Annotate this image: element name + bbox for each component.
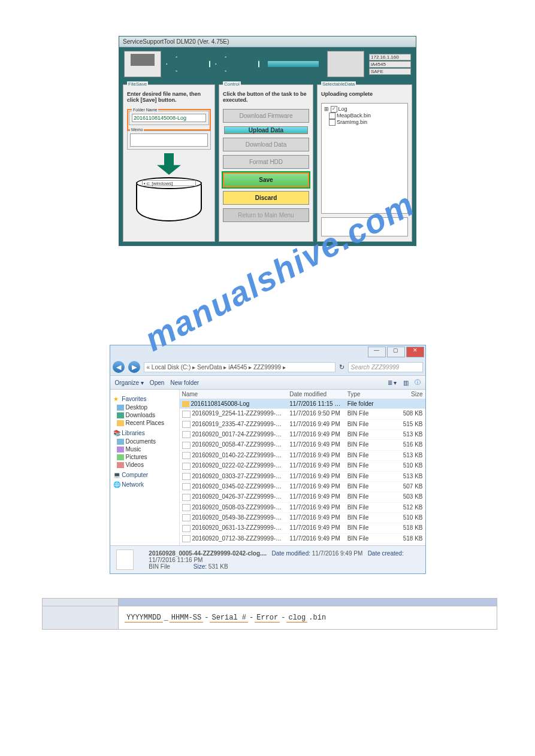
filesave-panel: FileSave Enter desired file name, then c… bbox=[123, 84, 215, 242]
download-firmware-button[interactable]: Download Firmware bbox=[223, 109, 309, 123]
help-icon[interactable]: ⓘ bbox=[415, 378, 421, 387]
file-row[interactable]: 20160920_0345-02-ZZZ99999-0242-clog.b...… bbox=[180, 482, 425, 492]
sidebar-pictures[interactable]: Pictures bbox=[117, 453, 176, 461]
sidebar-recent[interactable]: Recent Places bbox=[117, 419, 176, 427]
max-button[interactable]: ▢ bbox=[387, 347, 405, 357]
arrow-icon bbox=[215, 56, 259, 72]
file-row[interactable]: 20160920_0549-38-ZZZ99999-0242-clog.b...… bbox=[180, 513, 425, 523]
file-thumbnail-icon bbox=[116, 549, 134, 570]
upload-status: Uploading complete bbox=[321, 91, 408, 97]
file-row[interactable]: 20160920_0508-03-ZZZ99999-0242-clog.b...… bbox=[180, 503, 425, 513]
file-row[interactable]: 20160919_2335-47-ZZZ99999-0242-clog.b...… bbox=[180, 420, 425, 430]
file-row[interactable]: 20160920_0754-13-ZZZ99999-0242-clog.b...… bbox=[180, 544, 425, 545]
file-row[interactable]: 20160920_0017-24-ZZZ99999-0242-clog.b...… bbox=[180, 430, 425, 440]
window-title: ServiceSupportTool DLM20 (Ver. 4.75E) bbox=[119, 37, 416, 47]
down-arrow-icon bbox=[157, 153, 181, 175]
disk-cylinder-icon: c: [windows] bbox=[136, 177, 202, 221]
printer-icon bbox=[327, 51, 364, 77]
arrow-icon bbox=[166, 56, 210, 72]
breadcrumb[interactable]: « Local Disk (C:) ▸ ServData ▸ iA4545 ▸ … bbox=[144, 362, 335, 372]
info-status: SAFE bbox=[369, 68, 411, 75]
search-input[interactable]: Search ZZZ99999 bbox=[348, 362, 423, 372]
refresh-icon[interactable]: ↻ bbox=[339, 363, 344, 371]
file-row[interactable]: 20160920_0058-47-ZZZ99999-0242-clog.b...… bbox=[180, 440, 425, 450]
laptop-icon bbox=[124, 51, 161, 77]
file-row[interactable]: 20161108145008-Log11/7/2016 11:15 PMFile… bbox=[180, 399, 425, 409]
filesave-instruction: Enter desired file name, then click [Sav… bbox=[127, 91, 211, 103]
new-folder-button[interactable]: New folder bbox=[170, 379, 199, 386]
min-button[interactable]: — bbox=[368, 347, 386, 357]
details-pane: 20160928_0005-44-ZZZ99999-0242-clog.... … bbox=[110, 545, 425, 573]
control-instruction: Click the button of the task to be execu… bbox=[223, 91, 309, 103]
memo-input[interactable] bbox=[130, 133, 208, 147]
naming-convention-cell: YYYYMMDD_HHMM-SS-Serial #-Error-clog.bin bbox=[119, 606, 497, 630]
sidebar-music[interactable]: Music bbox=[117, 445, 176, 453]
sidebar-documents[interactable]: Documents bbox=[117, 438, 176, 445]
file-row[interactable]: 20160920_0303-27-ZZZ99999-0242-clog.b...… bbox=[180, 472, 425, 482]
format-hdd-button[interactable]: Format HDD bbox=[223, 155, 309, 169]
explorer-sidebar: ★ Favorites Desktop Downloads Recent Pla… bbox=[110, 390, 180, 545]
control-panel: Control Click the button of the task to … bbox=[219, 84, 313, 242]
file-row[interactable]: 20160920_0140-22-ZZZ99999-0242-clog.b...… bbox=[180, 451, 425, 461]
info-model: iA4545 bbox=[369, 61, 411, 68]
file-row[interactable]: 20160920_0631-13-ZZZ99999-0242-clog.b...… bbox=[180, 523, 425, 533]
info-ip: 172.16.1.160 bbox=[369, 54, 411, 60]
explorer-window: — ▢ ✕ ◀ ▶ « Local Disk (C:) ▸ ServData ▸… bbox=[110, 345, 426, 574]
column-headers[interactable]: Name Date modified Type Size bbox=[180, 390, 425, 399]
naming-convention-table: YYYYMMDD_HHMM-SS-Serial #-Error-clog.bin bbox=[42, 598, 497, 630]
folder-name-input[interactable]: 20161108145008-Log bbox=[132, 114, 206, 122]
organize-menu[interactable]: Organize ▾ bbox=[115, 379, 144, 386]
sidebar-desktop[interactable]: Desktop bbox=[117, 403, 176, 411]
header-bar: 172.16.1.160 iA4545 SAFE bbox=[119, 47, 416, 81]
file-row[interactable]: 20160919_2254-11-ZZZ99999-0242-clog.b...… bbox=[180, 409, 425, 419]
file-row[interactable]: 20160920_0426-37-ZZZ99999-0242-clog.b...… bbox=[180, 492, 425, 502]
close-button[interactable]: ✕ bbox=[406, 347, 424, 357]
save-button[interactable]: Save bbox=[223, 172, 309, 187]
file-row[interactable]: 20160920_0712-38-ZZZ99999-0242-clog.b...… bbox=[180, 534, 425, 544]
preview-icon[interactable]: ▥ bbox=[403, 379, 409, 386]
progress-bar bbox=[268, 61, 319, 67]
open-button[interactable]: Open bbox=[150, 379, 164, 386]
sidebar-videos[interactable]: Videos bbox=[117, 461, 176, 469]
row-label bbox=[43, 606, 119, 630]
view-icon[interactable]: ≣ ▾ bbox=[388, 379, 397, 386]
file-row[interactable]: 20160920_0222-02-ZZZ99999-0242-clog.b...… bbox=[180, 461, 425, 471]
drive-select[interactable]: c: [windows] bbox=[142, 180, 196, 186]
upload-data-button[interactable]: Upload Data bbox=[224, 126, 308, 134]
download-data-button[interactable]: Download Data bbox=[223, 138, 309, 151]
return-main-menu-button[interactable]: Return to Main Menu bbox=[223, 208, 309, 222]
discard-button[interactable]: Discard bbox=[223, 191, 309, 205]
sidebar-downloads[interactable]: Downloads bbox=[117, 411, 176, 419]
